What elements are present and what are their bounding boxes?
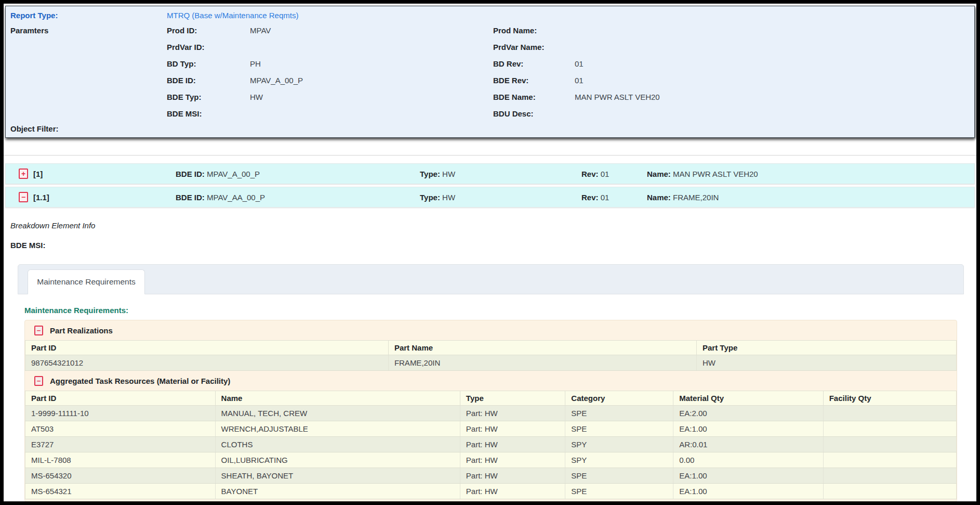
table-cell: OIL,LUBRICATING (215, 452, 460, 468)
rev-value: 01 (601, 193, 610, 202)
report-page: Report Type: MTRQ (Base w/Maintenance Re… (0, 0, 980, 505)
table-cell: WRENCH,ADJUSTABLE (215, 421, 460, 437)
bd-typ-value: PH (250, 59, 493, 68)
collapse-icon[interactable]: − (34, 326, 43, 335)
table-cell: SHEATH, BAYONET (215, 468, 460, 484)
tab-card: Maintenance Requirements Maintenance Req… (18, 264, 964, 502)
table-row: 1-9999-11111-10MANUAL, TECH, CREWPart: H… (25, 406, 957, 421)
table-row: MS-654321BAYONETPart: HWSPEEA:1.00 (25, 484, 957, 499)
prod-id-label: Prod ID: (167, 26, 250, 35)
bde-name-label: BDE Name: (493, 93, 575, 101)
name-value: MAN PWR ASLT VEH20 (673, 170, 758, 178)
name-label: Name: (647, 170, 671, 178)
part-realizations-header: − Part Realizations (25, 320, 957, 340)
bde-name-value: MAN PWR ASLT VEH20 (575, 93, 974, 101)
collapse-icon[interactable]: − (19, 192, 28, 202)
column-header: Type (460, 391, 565, 406)
column-header: Part ID (25, 391, 216, 406)
bd-rev-label: BD Rev: (493, 59, 575, 68)
table-row: AT503WRENCH,ADJUSTABLEPart: HWSPEEA:1.00 (25, 421, 957, 437)
parameters-label: Paramters (6, 26, 167, 35)
bde-typ-label: BDE Typ: (167, 93, 250, 101)
table-cell: Part: HW (460, 437, 565, 452)
prdvar-name-label: PrdVar Name: (493, 43, 575, 51)
bde-id-value: MPAV_AA_00_P (207, 193, 265, 202)
column-header: Material Qty (673, 391, 824, 406)
bde-rev-value: 01 (575, 76, 974, 85)
bde-id-label: BDE ID: (176, 170, 205, 178)
table-cell (823, 437, 956, 452)
table-cell: 1-9999-11111-10 (25, 406, 216, 421)
section-divider (4, 155, 976, 156)
prdvar-id-label: PrdVar ID: (167, 43, 250, 51)
expand-icon[interactable]: + (19, 169, 28, 179)
bde-msi-heading: BDE MSI: (10, 241, 976, 250)
part-realizations-table: Part IDPart NamePart Type987654321012FRA… (25, 340, 957, 371)
bde-msi-label: BDE MSI: (167, 109, 250, 118)
object-filter-label: Object Filter: (6, 124, 167, 133)
column-header: Part ID (25, 341, 389, 355)
bd-rev-value: 01 (575, 59, 974, 68)
table-row: MS-654320SHEATH, BAYONETPart: HWSPEEA:1.… (25, 468, 957, 484)
bdu-desc-label: BDU Desc: (493, 109, 575, 118)
table-cell: EA:2.00 (673, 406, 824, 421)
type-value: HW (442, 193, 455, 202)
tree-row-1-1[interactable]: − [1.1] BDE ID: MPAV_AA_00_P Type: HW Re… (5, 187, 975, 208)
bde-id-label: BDE ID: (176, 193, 205, 202)
tab-content: Maintenance Requirements: − Part Realiza… (18, 294, 964, 502)
aggregated-task-resources-header: − Aggregated Task Resources (Material or… (25, 371, 957, 391)
tree-index: [1] (33, 170, 176, 178)
table-cell: MS-654321 (25, 484, 216, 499)
column-header: Part Type (697, 341, 957, 355)
name-label: Name: (647, 193, 671, 202)
rev-label: Rev: (581, 193, 599, 202)
column-header: Category (565, 391, 673, 406)
table-cell: Part: HW (460, 452, 565, 468)
rev-value: 01 (601, 170, 610, 178)
prod-name-label: Prod Name: (493, 26, 575, 35)
bde-rev-label: BDE Rev: (493, 76, 575, 85)
table-cell: SPE (565, 406, 673, 421)
table-cell: MANUAL, TECH, CREW (215, 406, 460, 421)
table-cell: AR:0.01 (673, 437, 824, 452)
column-header: Part Name (388, 341, 696, 355)
table-cell: CLOTHS (215, 437, 460, 452)
tab-maintenance-requirements[interactable]: Maintenance Requirements (28, 269, 145, 294)
prod-id-value: MPAV (250, 26, 493, 35)
table-cell: E3727 (25, 437, 216, 452)
table-row: MIL-L-7808OIL,LUBRICATINGPart: HWSPY0.00 (25, 452, 957, 468)
aggregated-task-resources-title: Aggregated Task Resources (Material or F… (50, 377, 230, 385)
breakdown-element-info-label: Breakdown Element Info (10, 221, 976, 230)
table-cell: Part: HW (460, 421, 565, 437)
table-cell: SPY (565, 437, 673, 452)
breakdown-tree: + [1] BDE ID: MPAV_A_00_P Type: HW Rev: … (5, 163, 975, 208)
bde-id-label: BDE ID: (167, 76, 250, 85)
table-cell: Part: HW (460, 484, 565, 499)
part-realizations-title: Part Realizations (50, 326, 113, 335)
table-cell: Part: HW (460, 406, 565, 421)
table-cell: EA:1.00 (673, 484, 824, 499)
table-cell: SPE (565, 468, 673, 484)
type-label: Type: (420, 170, 440, 178)
name-value: FRAME,20IN (673, 193, 719, 202)
table-cell: SPE (565, 484, 673, 499)
report-type-value[interactable]: MTRQ (Base w/Maintenance Reqmts) (167, 11, 974, 20)
report-type-label: Report Type: (6, 11, 167, 20)
bd-typ-label: BD Typ: (167, 59, 250, 68)
maintenance-requirements-section: − Part Realizations Part IDPart NamePart… (24, 320, 957, 502)
table-cell: EA:1.00 (673, 468, 824, 484)
table-row: E3727CLOTHSPart: HWSPYAR:0.01 (25, 437, 957, 452)
table-cell (823, 484, 956, 499)
collapse-icon[interactable]: − (34, 376, 43, 386)
column-header: Name (215, 391, 460, 406)
rev-label: Rev: (581, 170, 599, 178)
table-cell (823, 468, 956, 484)
table-cell: 0.00 (673, 452, 824, 468)
aggregated-task-resources-table: Part IDNameTypeCategoryMaterial QtyFacil… (25, 391, 957, 499)
tree-row-1[interactable]: + [1] BDE ID: MPAV_A_00_P Type: HW Rev: … (5, 163, 975, 184)
table-cell: FRAME,20IN (388, 355, 696, 371)
type-label: Type: (420, 193, 440, 202)
column-header: Facility Qty (823, 391, 956, 406)
table-cell: SPY (565, 452, 673, 468)
tree-index: [1.1] (33, 193, 176, 202)
